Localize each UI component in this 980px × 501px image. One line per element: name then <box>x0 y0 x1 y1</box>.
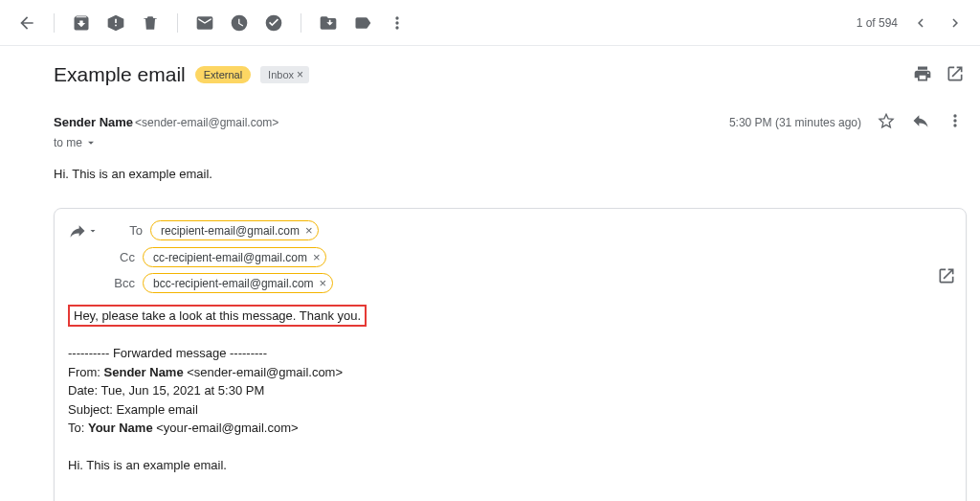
next-icon[interactable] <box>938 6 972 40</box>
separator <box>177 13 178 33</box>
forwarded-content[interactable]: ---------- Forwarded message --------- F… <box>68 344 952 475</box>
popout-icon[interactable] <box>946 64 965 86</box>
toolbar: 1 of 594 <box>0 0 980 46</box>
sender-name: Sender Name <box>54 115 133 129</box>
more-icon[interactable] <box>380 6 414 40</box>
back-icon[interactable] <box>10 6 44 40</box>
external-badge: External <box>195 66 251 83</box>
separator <box>301 13 301 33</box>
add-to-tasks-icon[interactable] <box>256 6 291 40</box>
to-line[interactable]: to me <box>54 136 965 149</box>
page-title: Example email <box>54 63 186 86</box>
popout-icon[interactable] <box>937 266 956 288</box>
more-icon[interactable] <box>946 111 965 133</box>
fwd-divider: ---------- Forwarded message --------- <box>68 344 952 363</box>
to-chip[interactable]: recipient-email@gmail.com × <box>150 220 319 240</box>
prev-icon[interactable] <box>903 6 938 40</box>
cc-label: Cc <box>99 250 135 264</box>
close-icon[interactable]: × <box>313 250 321 264</box>
star-icon[interactable] <box>877 111 896 133</box>
separator <box>54 13 55 33</box>
cc-chip[interactable]: cc-recipient-email@gmail.com × <box>143 247 326 267</box>
reply-icon[interactable] <box>911 111 930 133</box>
compose-message-highlight[interactable]: Hey, please take a look at this message.… <box>68 305 367 327</box>
subject-row: Example email External Inbox × <box>54 63 965 86</box>
timestamp: 5:30 PM (31 minutes ago) <box>729 116 861 129</box>
sender-address: <sender-email@gmail.com> <box>135 116 278 129</box>
report-spam-icon[interactable] <box>99 6 133 40</box>
close-icon[interactable]: × <box>305 223 313 238</box>
close-icon[interactable]: × <box>320 276 327 290</box>
bcc-label: Bcc <box>99 276 135 290</box>
forward-icon[interactable] <box>68 221 99 240</box>
bcc-chip[interactable]: bcc-recipient-email@gmail.com × <box>143 273 333 293</box>
inbox-badge[interactable]: Inbox × <box>260 66 309 83</box>
compose-box: To recipient-email@gmail.com × Cc cc-rec… <box>54 208 967 501</box>
labels-icon[interactable] <box>345 6 380 40</box>
inbox-badge-label: Inbox <box>268 69 294 80</box>
sender-block: Sender Name <sender-email@gmail.com> 5:3… <box>54 111 965 181</box>
email-body: Hi. This is an example email. <box>54 167 965 181</box>
to-label: To <box>106 223 143 238</box>
snooze-icon[interactable] <box>222 6 256 40</box>
chevron-down-icon <box>84 136 98 149</box>
archive-icon[interactable] <box>64 6 99 40</box>
move-to-icon[interactable] <box>311 6 345 40</box>
close-icon[interactable]: × <box>297 68 303 81</box>
mark-unread-icon[interactable] <box>188 6 222 40</box>
print-icon[interactable] <box>913 64 932 86</box>
fwd-body-text: Hi. This is an example email. <box>68 456 952 475</box>
message-count: 1 of 594 <box>857 16 898 30</box>
delete-icon[interactable] <box>133 6 167 40</box>
chevron-down-icon <box>87 225 99 237</box>
